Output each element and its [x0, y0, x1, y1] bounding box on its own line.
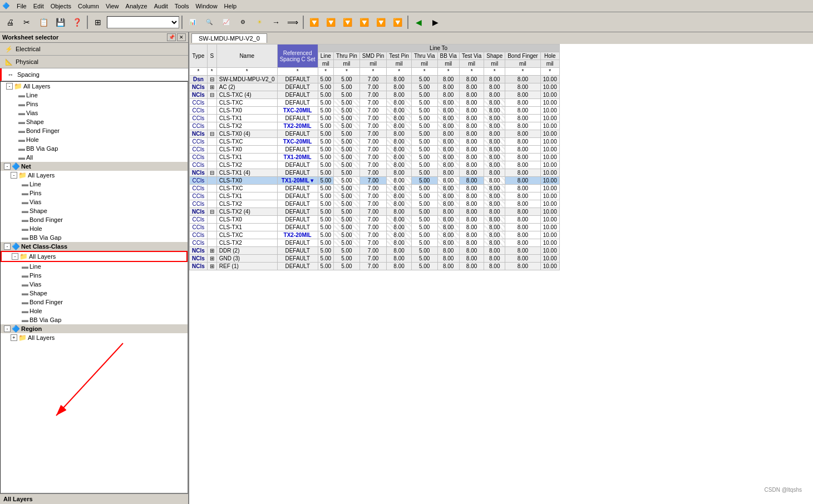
tree-hole-1[interactable]: ▬ Hole — [1, 135, 188, 144]
table-row[interactable]: NCls ⊞ GND (3) DEFAULT 5.00 5.00 7.00 8.… — [190, 255, 560, 263]
cell-ref[interactable]: TX2-20MIL — [277, 231, 318, 239]
table-row[interactable]: CCls CLS-TX1 DEFAULT 5.00 5.00 7.00 8.00… — [190, 192, 560, 200]
menu-analyze[interactable]: Analyze — [122, 2, 151, 11]
tree-bondfinger-1[interactable]: ▬ Bond Finger — [1, 126, 188, 135]
nav-back[interactable]: ◀ — [411, 14, 426, 30]
menu-window[interactable]: Window — [192, 2, 220, 11]
cell-ref[interactable]: DEFAULT — [277, 130, 318, 138]
tree-net-hole[interactable]: ▬ Hole — [1, 224, 188, 233]
cell-ref[interactable]: TX2-20MIL — [277, 122, 318, 130]
cell-expand[interactable]: ⊞ — [207, 83, 216, 91]
grid-btn[interactable]: ⊞ — [90, 14, 106, 30]
save-btn[interactable]: 💾 — [52, 14, 68, 30]
cell-name[interactable]: CLS-TXC — [216, 138, 277, 146]
cell-ref[interactable]: DEFAULT — [277, 146, 318, 154]
expand-net-all[interactable]: - — [11, 172, 17, 179]
panel-close-btn[interactable]: ✕ — [177, 33, 186, 41]
expand-net[interactable]: - — [4, 163, 11, 170]
cell-name[interactable]: CLS-TX0 — [216, 216, 277, 224]
cell-expand[interactable] — [207, 161, 216, 169]
cell-name[interactable]: CLS-TXC — [216, 185, 277, 192]
cell-ref[interactable]: DEFAULT — [277, 263, 318, 270]
cut-btn[interactable]: ✂ — [19, 14, 35, 30]
cell-expand[interactable] — [207, 216, 216, 224]
spreadsheet-container[interactable]: Type S Name ReferencedSpacing C Set Line… — [189, 44, 813, 270]
cell-expand[interactable] — [207, 115, 216, 122]
spreadsheet-tab[interactable]: SW-LMDU-MPU-V2_0 — [191, 33, 267, 43]
bottom-all-layers-tab[interactable]: All Layers — [0, 493, 188, 504]
table-row[interactable]: CCls CLS-TX2 DEFAULT 5.00 5.00 7.00 8.00… — [190, 161, 560, 169]
tree-line-1[interactable]: ▬ Line — [1, 91, 188, 100]
cell-name[interactable]: CLS-TX1 (4) — [216, 169, 277, 177]
tree-ncc-line[interactable]: ▬ Line — [1, 262, 188, 271]
filter-btn2[interactable]: 🔽 — [323, 14, 338, 30]
nav-forward[interactable]: ▶ — [427, 14, 443, 30]
cell-name[interactable]: CLS-TX1 — [216, 192, 277, 200]
cell-ref[interactable]: DEFAULT — [277, 255, 318, 263]
cell-expand[interactable] — [207, 239, 216, 247]
tree-ncc-alllayers[interactable]: - 📁 All Layers — [1, 251, 188, 262]
cell-name[interactable]: CLS-TX0 — [216, 146, 277, 154]
btn-t1[interactable]: 📊 — [185, 14, 200, 30]
btn-t7[interactable]: ⟹ — [285, 14, 300, 30]
cell-ref[interactable]: DEFAULT — [277, 200, 318, 208]
cell-expand[interactable] — [207, 200, 216, 208]
cell-expand[interactable]: ⊟ — [207, 76, 216, 83]
menu-audit[interactable]: Audit — [151, 2, 171, 11]
tree-shape-1[interactable]: ▬ Shape — [1, 117, 188, 126]
cell-expand[interactable]: ⊟ — [207, 91, 216, 99]
cell-ref[interactable]: DEFAULT — [277, 99, 318, 107]
btn-t4[interactable]: ⚙ — [235, 14, 250, 30]
tree-ncc-vias[interactable]: ▬ Vias — [1, 280, 188, 289]
cell-ref[interactable]: DEFAULT — [277, 91, 318, 99]
cell-expand[interactable]: ⊟ — [207, 169, 216, 177]
table-row[interactable]: NCls ⊟ CLS-TXC (4) DEFAULT 5.00 5.00 7.0… — [190, 91, 560, 99]
cell-ref[interactable]: DEFAULT — [277, 192, 318, 200]
cell-expand[interactable]: ⊟ — [207, 130, 216, 138]
cell-name[interactable]: GND (3) — [216, 255, 277, 263]
table-row[interactable]: CCls CLS-TXC DEFAULT 5.00 5.00 7.00 8.00… — [190, 99, 560, 107]
table-row[interactable]: CCls CLS-TXC DEFAULT 5.00 5.00 7.00 8.00… — [190, 185, 560, 192]
copy-btn[interactable]: 📋 — [36, 14, 51, 30]
cell-name[interactable]: CLS-TX2 — [216, 239, 277, 247]
cell-ref[interactable]: DEFAULT — [277, 247, 318, 255]
table-row[interactable]: CCls CLS-TX1 DEFAULT 5.00 5.00 7.00 8.00… — [190, 115, 560, 122]
cell-expand[interactable] — [207, 177, 216, 185]
cell-name[interactable]: CLS-TX0 (4) — [216, 130, 277, 138]
cell-ref[interactable]: DEFAULT — [277, 208, 318, 216]
tree-net-shape[interactable]: ▬ Shape — [1, 206, 188, 215]
filter-btn4[interactable]: 🔽 — [356, 14, 372, 30]
cell-name[interactable]: REF (1) — [216, 263, 277, 270]
table-row[interactable]: Dsn ⊟ SW-LMDU-MPU-V2_0 DEFAULT 5.00 5.00… — [190, 76, 560, 83]
cell-name[interactable]: SW-LMDU-MPU-V2_0 — [216, 76, 277, 83]
table-row[interactable]: NCls ⊟ CLS-TX2 (4) DEFAULT 5.00 5.00 7.0… — [190, 208, 560, 216]
table-row[interactable]: NCls ⊞ AC (2) DEFAULT 5.00 5.00 7.00 8.0… — [190, 83, 560, 91]
tree-all-1[interactable]: ▬ All — [1, 153, 188, 162]
btn-t3[interactable]: 📈 — [218, 14, 234, 30]
menu-view[interactable]: View — [102, 2, 122, 11]
cell-ref[interactable]: TXC-20MIL — [277, 107, 318, 115]
menu-edit[interactable]: Edit — [30, 2, 47, 11]
table-row[interactable]: NCls ⊟ CLS-TX0 (4) DEFAULT 5.00 5.00 7.0… — [190, 130, 560, 138]
filter-btn5[interactable]: 🔽 — [373, 14, 388, 30]
table-row[interactable]: CCls CLS-TX0 DEFAULT 5.00 5.00 7.00 8.00… — [190, 146, 560, 154]
tree-vias-1[interactable]: ▬ Vias — [1, 108, 188, 117]
cell-name[interactable]: AC (2) — [216, 83, 277, 91]
tree-net-bbviagap[interactable]: ▬ BB Via Gap — [1, 233, 188, 242]
cell-name[interactable]: CLS-TX0 — [216, 107, 277, 115]
expand-root[interactable]: - — [6, 83, 13, 90]
cell-ref[interactable]: DEFAULT — [277, 216, 318, 224]
tree-ncc-pins[interactable]: ▬ Pins — [1, 271, 188, 280]
table-row[interactable]: CCls CLS-TXC TXC-20MIL 5.00 5.00 7.00 8.… — [190, 138, 560, 146]
filter-btn3[interactable]: 🔽 — [339, 14, 355, 30]
table-row[interactable]: NCls ⊞ REF (1) DEFAULT 5.00 5.00 7.00 8.… — [190, 263, 560, 270]
cell-ref[interactable]: DEFAULT — [277, 161, 318, 169]
cell-name[interactable]: DDR (2) — [216, 247, 277, 255]
table-row[interactable]: CCls CLS-TX2 DEFAULT 5.00 5.00 7.00 8.00… — [190, 239, 560, 247]
tree-root-all[interactable]: - 📁 All Layers — [1, 82, 188, 91]
tree-ncc-bbviagap[interactable]: ▬ BB Via Gap — [1, 315, 188, 324]
btn-t6[interactable]: → — [268, 14, 284, 30]
layer-select[interactable] — [107, 16, 179, 28]
btn-t5[interactable]: ☀ — [252, 14, 267, 30]
cell-ref[interactable]: TX1-20MIL — [277, 154, 318, 161]
